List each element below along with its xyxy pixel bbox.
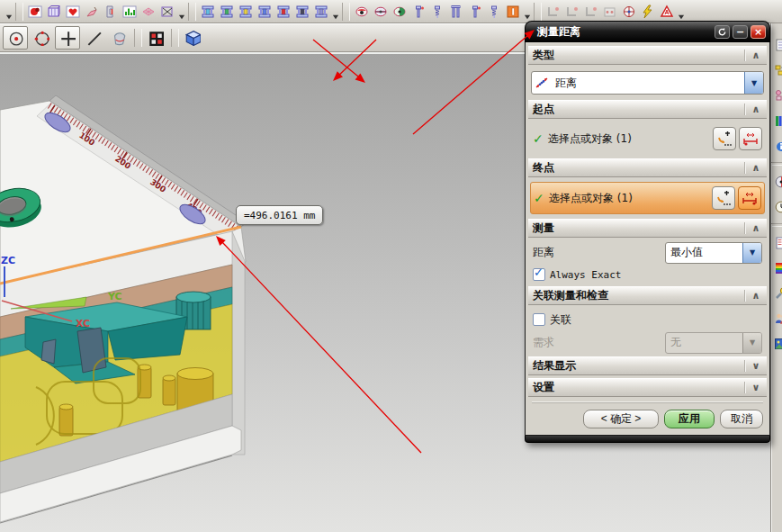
- ejector-pin-4-icon[interactable]: [465, 3, 484, 21]
- type-dropdown-arrow-icon[interactable]: ▼: [744, 72, 763, 94]
- application-window: 0 100 200 300 400: [0, 0, 782, 532]
- section-type-collapse-icon[interactable]: ∧: [744, 50, 767, 61]
- section-end-collapse-icon[interactable]: ∧: [744, 162, 767, 174]
- ejector-pin-2-icon[interactable]: [427, 3, 446, 21]
- corner-tool-2-icon[interactable]: [562, 3, 581, 21]
- associative-row[interactable]: 关联: [533, 311, 762, 328]
- moldbase-3-icon[interactable]: [236, 3, 255, 21]
- section-start-point[interactable]: 起点 ∧: [528, 100, 767, 119]
- moldbase-7-icon[interactable]: [311, 3, 330, 21]
- moldbase-2-icon[interactable]: [217, 3, 236, 21]
- moldbase-group-more-icon[interactable]: [330, 3, 340, 21]
- strip-library-icon[interactable]: [773, 113, 782, 129]
- strip-gallery-icon[interactable]: [773, 336, 782, 352]
- strip-navigator-icon[interactable]: [773, 174, 782, 190]
- moldbase-4-icon[interactable]: [255, 3, 274, 21]
- parting-group-more-icon[interactable]: [176, 3, 186, 21]
- pocket-tool-icon[interactable]: [600, 3, 619, 21]
- snap-point-on-face-icon[interactable]: [107, 27, 130, 49]
- ejector-pin-5-icon[interactable]: [484, 3, 503, 21]
- start-select-label: 选择点或对象 (1): [548, 131, 710, 147]
- grid-point-icon[interactable]: [144, 27, 167, 49]
- mold-cavity-icon[interactable]: [44, 3, 63, 21]
- toolbar-separator: [188, 3, 196, 21]
- end-point-constructor-button[interactable]: [712, 186, 735, 210]
- section-results-expand-icon[interactable]: ∨: [744, 360, 767, 372]
- strip-dimension-icon[interactable]: [773, 62, 782, 78]
- section-type-label: 类型: [528, 48, 744, 63]
- section-measure[interactable]: 测量 ∧: [528, 219, 767, 238]
- trim-region-icon[interactable]: [157, 3, 176, 21]
- patch-surface-icon[interactable]: [82, 3, 101, 21]
- ejector-pin-3-icon[interactable]: [446, 3, 465, 21]
- section-start-collapse-icon[interactable]: ∧: [744, 104, 767, 115]
- dialog-close-button[interactable]: ×: [751, 25, 766, 39]
- moldbase-1-icon[interactable]: [198, 3, 217, 21]
- dialog-button-bar: < 确定 > 应用 取消: [532, 402, 763, 428]
- validate-icon[interactable]: [657, 3, 676, 21]
- strip-roles-icon[interactable]: [773, 311, 782, 327]
- section-associative[interactable]: 关联测量和检查 ∧: [528, 286, 767, 305]
- section-settings-expand-icon[interactable]: ∨: [744, 382, 767, 393]
- workpiece-icon[interactable]: [120, 3, 139, 21]
- component-group-more-icon[interactable]: [522, 3, 532, 21]
- strip-info-icon[interactable]: [773, 138, 782, 154]
- moldbase-5-icon[interactable]: [274, 3, 292, 21]
- distance-method-value: 最小值: [666, 245, 742, 260]
- section-end-point[interactable]: 终点 ∧: [528, 158, 767, 177]
- corner-tool-1-icon[interactable]: [544, 3, 562, 21]
- molded-part-icon[interactable]: [25, 3, 44, 21]
- associative-checkbox[interactable]: [533, 313, 545, 326]
- snap-quadrant-point-icon[interactable]: [30, 27, 53, 49]
- distance-type-icon: [532, 76, 552, 90]
- section-type[interactable]: 类型 ∧: [528, 46, 767, 65]
- snap-point-on-curve-icon[interactable]: [82, 27, 105, 49]
- section-settings[interactable]: 设置 ∨: [528, 378, 767, 397]
- electrode-icon[interactable]: [638, 3, 657, 21]
- start-point-constructor-button[interactable]: [713, 127, 736, 150]
- snap-intersection-icon[interactable]: [55, 26, 80, 50]
- tools-group-more-icon[interactable]: [676, 3, 686, 21]
- apply-button[interactable]: 应用: [664, 410, 715, 428]
- strip-history-icon[interactable]: [773, 199, 782, 215]
- distance-method-dropdown[interactable]: 最小值 ▼: [665, 242, 762, 264]
- resource-bar: [770, 23, 782, 532]
- standard-part-icon[interactable]: [503, 3, 522, 21]
- start-measure-point-button[interactable]: [739, 127, 762, 150]
- strip-doc-icon[interactable]: [773, 37, 782, 53]
- insert-tool-icon[interactable]: [390, 3, 409, 21]
- dialog-reset-icon[interactable]: [715, 25, 730, 39]
- parting-line-icon[interactable]: [101, 3, 120, 21]
- dialog-minimize-button[interactable]: −: [733, 25, 748, 39]
- strip-analysis-icon[interactable]: [773, 235, 782, 251]
- cancel-button[interactable]: 取消: [720, 410, 763, 428]
- strip-constraint-icon[interactable]: [773, 87, 782, 104]
- dialog-title-bar[interactable]: 测量距离 − ×: [525, 21, 770, 42]
- sprue-bushing-icon[interactable]: [371, 3, 390, 21]
- section-measure-collapse-icon[interactable]: ∧: [744, 222, 767, 234]
- end-selected-check-icon: ✓: [534, 191, 549, 205]
- section-end-label: 终点: [528, 160, 744, 176]
- moldbase-6-icon[interactable]: [292, 3, 311, 21]
- always-exact-row[interactable]: ✓ Always Exact: [533, 266, 762, 283]
- strip-spectrum-icon[interactable]: [773, 260, 782, 276]
- end-measure-point-button[interactable]: [738, 186, 761, 210]
- distance-method-arrow-icon[interactable]: ▼: [742, 243, 761, 263]
- parting-mesh-icon[interactable]: [139, 3, 157, 21]
- view-cube-icon[interactable]: [181, 27, 204, 49]
- snap-center-point-icon[interactable]: [3, 26, 28, 50]
- ok-button[interactable]: < 确定 >: [583, 410, 659, 428]
- always-exact-checkbox[interactable]: ✓: [533, 268, 545, 281]
- corner-tool-3-icon[interactable]: [581, 3, 600, 21]
- type-dropdown[interactable]: 距离 ▼: [531, 71, 764, 95]
- strip-utilities-icon[interactable]: [773, 285, 782, 302]
- ejector-pin-1-icon[interactable]: [409, 3, 427, 21]
- section-associative-collapse-icon[interactable]: ∧: [744, 290, 767, 302]
- toolbar-overflow-1-icon[interactable]: [4, 3, 13, 21]
- compass-tool-icon[interactable]: [619, 3, 638, 21]
- locating-ring-icon[interactable]: [352, 3, 371, 21]
- start-point-select-row[interactable]: ✓ 选择点或对象 (1): [530, 123, 765, 154]
- section-results[interactable]: 结果显示 ∨: [528, 356, 767, 375]
- parting-object-icon[interactable]: [63, 3, 82, 21]
- end-point-select-row[interactable]: ✓ 选择点或对象 (1): [530, 182, 765, 214]
